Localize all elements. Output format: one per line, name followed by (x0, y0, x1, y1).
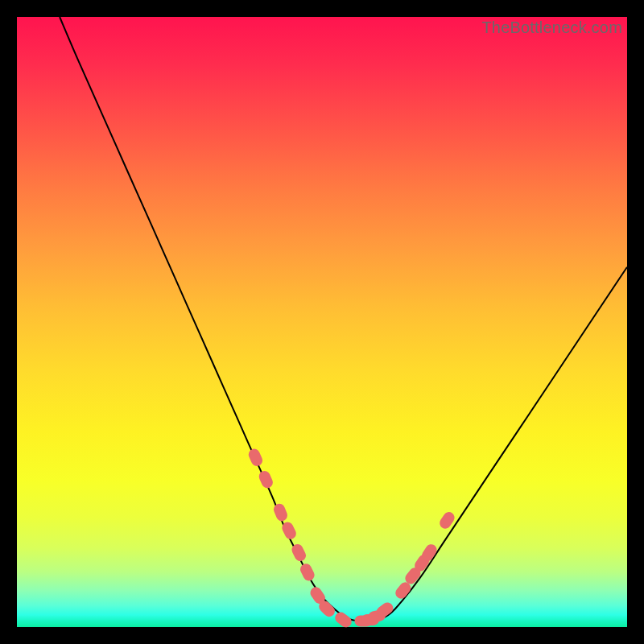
svg-rect-2 (272, 502, 289, 523)
curve-svg (17, 17, 627, 627)
svg-rect-8 (333, 610, 354, 630)
svg-rect-5 (299, 562, 316, 583)
marker-point (247, 447, 265, 468)
marker-point (272, 502, 289, 523)
plot-frame: TheBottleneck.com (17, 17, 627, 627)
markers-group (247, 447, 457, 630)
svg-rect-0 (247, 447, 265, 468)
bottleneck-curve (60, 17, 627, 621)
marker-point (333, 610, 354, 630)
marker-point (299, 562, 316, 583)
svg-rect-1 (257, 469, 275, 490)
marker-point (257, 469, 275, 490)
